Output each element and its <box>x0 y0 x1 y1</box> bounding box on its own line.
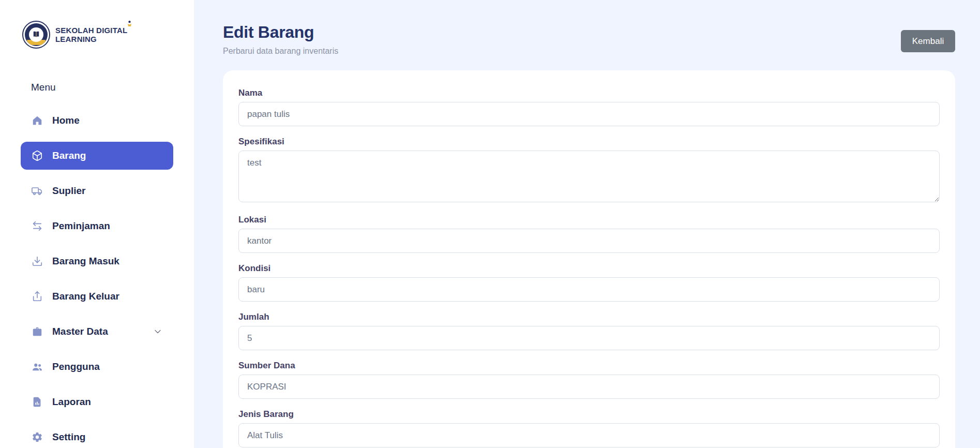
sidebar-item-label: Pengguna <box>52 361 100 372</box>
sidebar-nav: Home Barang Suplier <box>0 107 194 448</box>
sidebar-item-setting[interactable]: Setting <box>21 423 173 448</box>
sidebar-item-home[interactable]: Home <box>21 107 173 135</box>
sidebar-item-suplier[interactable]: Suplier <box>21 177 173 205</box>
lokasi-input[interactable] <box>238 229 940 253</box>
brand-logo: SEKOLAH DIGITAL LEARNING <box>0 21 194 49</box>
jumlah-input[interactable] <box>238 326 940 350</box>
spesifikasi-label: Spesifikasi <box>238 137 940 147</box>
page-header: Edit Barang Perbarui data barang inventa… <box>223 23 955 56</box>
sidebar-item-label: Peminjaman <box>52 220 110 232</box>
jenis-barang-input[interactable] <box>238 423 940 447</box>
form-group-sumber-dana: Sumber Dana <box>238 361 940 399</box>
brand-text: SEKOLAH DIGITAL LEARNING <box>55 26 127 43</box>
briefcase-icon <box>31 325 43 338</box>
form-group-lokasi: Lokasi <box>238 215 940 253</box>
jenis-barang-label: Jenis Barang <box>238 409 940 420</box>
spesifikasi-textarea[interactable]: test <box>238 151 940 202</box>
edit-barang-form-card: Nama Spesifikasi test Lokasi Kondisi Jum… <box>223 70 955 448</box>
sidebar-item-barang-keluar[interactable]: Barang Keluar <box>21 282 173 310</box>
sidebar-item-peminjaman[interactable]: Peminjaman <box>21 212 173 240</box>
sidebar-item-label: Suplier <box>52 185 85 197</box>
kembali-button[interactable]: Kembali <box>901 30 955 52</box>
gear-icon <box>31 431 43 443</box>
kondisi-label: Kondisi <box>238 263 940 274</box>
form-group-kondisi: Kondisi <box>238 263 940 302</box>
school-logo-icon <box>22 21 50 49</box>
upload-icon <box>31 290 43 303</box>
sidebar-item-barang[interactable]: Barang <box>21 142 173 170</box>
sidebar-item-master-data[interactable]: Master Data <box>21 318 173 346</box>
nama-label: Nama <box>238 88 940 98</box>
lokasi-label: Lokasi <box>238 215 940 225</box>
sidebar-item-label: Barang <box>52 150 86 161</box>
swap-arrows-icon <box>31 220 43 232</box>
nama-input[interactable] <box>238 102 940 126</box>
box-icon <box>31 150 43 162</box>
main-content: Edit Barang Perbarui data barang inventa… <box>194 0 980 448</box>
book-icon <box>32 30 41 39</box>
sidebar: SEKOLAH DIGITAL LEARNING Menu Home Baran… <box>0 0 194 448</box>
form-group-nama: Nama <box>238 88 940 126</box>
kondisi-input[interactable] <box>238 277 940 302</box>
truck-icon <box>31 185 43 197</box>
page-title-block: Edit Barang Perbarui data barang inventa… <box>223 23 338 56</box>
brand-line-1: SEKOLAH DIGITAL <box>55 26 127 35</box>
sidebar-section-label: Menu <box>31 82 194 93</box>
download-icon <box>31 255 43 267</box>
sidebar-item-label: Barang Keluar <box>52 291 119 302</box>
sidebar-item-pengguna[interactable]: Pengguna <box>21 353 173 381</box>
person-figure-icon <box>126 20 133 28</box>
users-icon <box>31 361 43 373</box>
sidebar-item-label: Setting <box>52 431 85 443</box>
sumber-dana-label: Sumber Dana <box>238 361 940 371</box>
form-group-jenis-barang: Jenis Barang <box>238 409 940 447</box>
page-title: Edit Barang <box>223 23 338 42</box>
sidebar-item-label: Home <box>52 115 80 126</box>
sidebar-item-label: Barang Masuk <box>52 256 119 267</box>
sidebar-item-laporan[interactable]: Laporan <box>21 388 173 416</box>
sidebar-item-label: Master Data <box>52 326 108 337</box>
form-group-spesifikasi: Spesifikasi test <box>238 137 940 204</box>
sumber-dana-input[interactable] <box>238 375 940 399</box>
sidebar-item-label: Laporan <box>52 396 91 408</box>
report-icon <box>31 396 43 408</box>
form-group-jumlah: Jumlah <box>238 312 940 350</box>
jumlah-label: Jumlah <box>238 312 940 322</box>
sidebar-item-barang-masuk[interactable]: Barang Masuk <box>21 247 173 275</box>
chevron-down-icon[interactable] <box>153 326 163 337</box>
brand-line-2: LEARNING <box>55 35 127 43</box>
home-icon <box>31 114 43 127</box>
page-subtitle: Perbarui data barang inventaris <box>223 47 338 56</box>
